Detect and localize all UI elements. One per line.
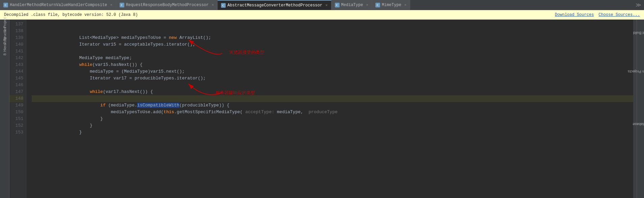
info-bar-links: Download Sources Choose Sources... [555, 13, 640, 17]
tab-icon-3: C [221, 3, 226, 8]
tab-close-2[interactable]: × [212, 3, 214, 7]
line-num-139: 139 [9, 34, 23, 41]
server-annotation: 服务器能响应的类型 [216, 90, 255, 96]
code-container: 137 138 139 140 141 142 143 144 145 146 … [9, 20, 637, 198]
sidebar-ant-build[interactable]: Ant Build [631, 30, 644, 36]
tab-handler[interactable]: C HandlerMethodReturnValueHandlerComposi… [0, 0, 116, 10]
tab-icon-2: C [120, 3, 124, 7]
tab-label-1: HandlerMethodReturnValueHandlerComposite [10, 3, 107, 7]
tab-icon-5: C [375, 3, 380, 7]
tab-label-5: MimeType [382, 3, 401, 7]
tab-label-4: MediaType [341, 3, 363, 7]
tab-abstract[interactable]: C AbstractMessageConverterMethodProcesso… [218, 0, 331, 10]
line-num-141: 141 [9, 48, 23, 55]
code-line-151: } [32, 116, 633, 122]
code-line-146: while(var17.hasNext()) { [32, 82, 633, 89]
decompile-info: Decompiled .class file, bytecode version… [4, 13, 138, 17]
code-content[interactable]: List<MediaType> mediaTypesToUse = new Ar… [26, 20, 633, 198]
code-line-148: if (mediaType.isCompatibleWith(producibl… [32, 95, 633, 102]
code-line-149: mediaTypesToUse.add(this.getMostSpecific… [32, 102, 633, 109]
code-line-141: MediaType mediaType; [32, 48, 633, 55]
editor-area: 137 138 139 140 141 142 143 144 145 146 … [9, 20, 637, 198]
line-num-140: 140 [9, 41, 23, 48]
main-layout: 1: Project 7: Structure 8: Hierarchy 137… [0, 20, 644, 198]
line-num-145: 145 [9, 75, 23, 82]
tab-mimetype[interactable]: C MimeType × [372, 0, 410, 10]
code-line-137 [32, 21, 633, 28]
line-num-138: 138 [9, 28, 23, 34]
code-line-145 [32, 75, 633, 82]
tab-close-1[interactable]: × [110, 3, 113, 7]
choose-sources-link[interactable]: Choose Sources... [599, 13, 640, 17]
code-line-140 [32, 41, 633, 48]
line-num-151: 151 [9, 116, 23, 122]
sidebar-maven[interactable]: Maven Projects [626, 69, 644, 74]
tab-close-3[interactable]: × [325, 3, 328, 7]
left-sidebar: 1: Project 7: Structure 8: Hierarchy [0, 20, 9, 198]
tab-icon-1: C [3, 3, 8, 7]
line-num-152: 152 [9, 122, 23, 129]
line-num-142: 142 [9, 55, 23, 61]
code-line-143: mediaType = (MediaType)var15.next(); [32, 61, 633, 68]
info-bar: Decompiled .class file, bytecode version… [0, 10, 644, 20]
editor-scrollbar[interactable] [633, 20, 637, 198]
code-line-142: while(var15.hasNext()) { [32, 55, 633, 61]
line-num-146: 146 [9, 82, 23, 89]
code-line-150: } [32, 109, 633, 116]
code-line-152: } [32, 122, 633, 129]
tab-bar: C HandlerMethodReturnValueHandlerComposi… [0, 0, 644, 10]
line-num-153: 153 [9, 129, 23, 136]
code-line-144: Iterator var17 = producibleTypes.iterato… [32, 68, 633, 75]
code-line-153 [32, 129, 633, 136]
line-num-149: 149 [9, 102, 23, 109]
sidebar-item-hierarchy[interactable]: 8: Hierarchy [1, 43, 8, 50]
tab-icon-4: C [335, 3, 340, 7]
tab-label-3: AbstractMessageConverterMethodProcessor [227, 3, 322, 8]
line-num-143: 143 [9, 61, 23, 68]
code-line-138: List<MediaType> mediaTypesToUse = new Ar… [32, 28, 633, 34]
line-num-137: 137 [9, 21, 23, 28]
code-line-139: Iterator var15 = acceptableTypes.iterato… [32, 34, 633, 41]
tab-close-4[interactable]: × [366, 3, 368, 7]
tab-mediatype[interactable]: C MediaType × [331, 0, 372, 10]
browser-annotation: 浏览器接受的类型 [229, 49, 264, 55]
tab-overflow-button[interactable]: ≫ [633, 2, 644, 8]
right-sidebar: Ant Build Maven Projects Database [637, 20, 644, 198]
line-num-147: 147 [9, 89, 23, 95]
tab-label-2: RequestResponseBodyMethodProcessor [126, 3, 209, 7]
code-line-147: MediaType producibleType = (MediaType)va… [32, 89, 633, 95]
sidebar-database[interactable]: Database [631, 121, 644, 127]
line-num-144: 144 [9, 68, 23, 75]
line-num-148: 148 [9, 95, 23, 102]
download-sources-link[interactable]: Download Sources [555, 13, 594, 17]
tab-close-5[interactable]: × [404, 3, 407, 7]
tab-request[interactable]: C RequestResponseBodyMethodProcessor × [116, 0, 218, 10]
line-numbers: 137 138 139 140 141 142 143 144 145 146 … [9, 20, 26, 198]
line-num-150: 150 [9, 109, 23, 116]
